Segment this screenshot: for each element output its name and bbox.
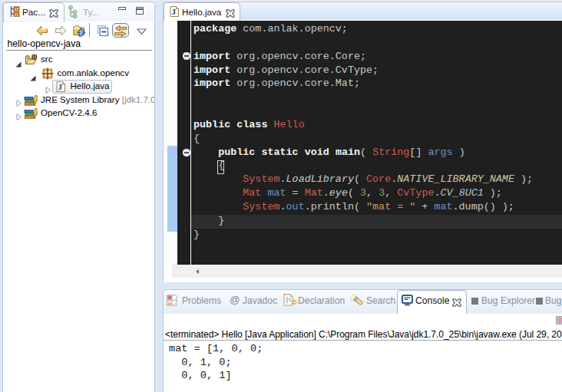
svg-text:J: J — [172, 7, 177, 16]
svg-text:J: J — [58, 82, 63, 91]
